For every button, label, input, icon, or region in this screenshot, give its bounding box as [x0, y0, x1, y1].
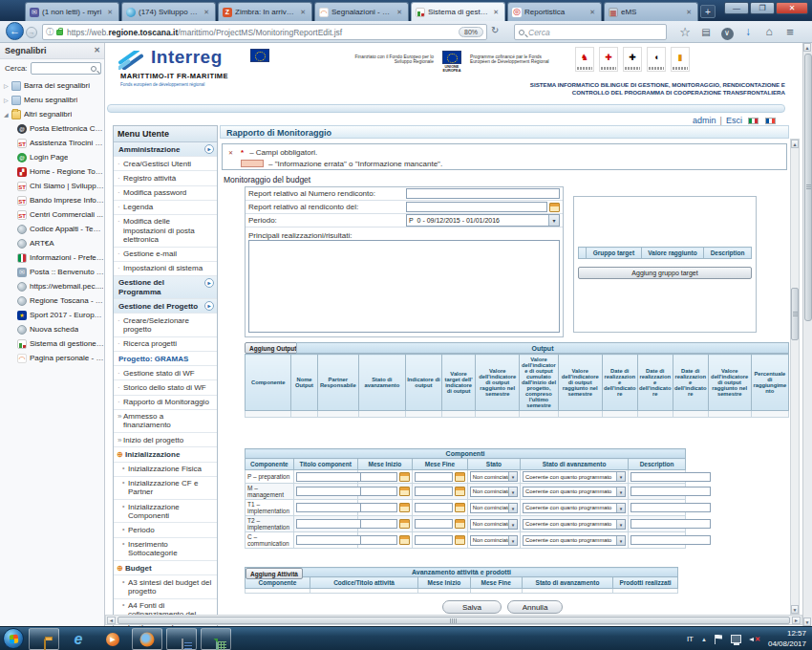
home-icon[interactable]: ⌂ — [759, 23, 780, 41]
expander-collapsed-icon[interactable]: ▷ — [4, 82, 11, 89]
bookmark-item[interactable]: ART€A — [0, 236, 104, 250]
menu-item[interactable]: Progetto: GRAMAS — [114, 352, 217, 366]
tab-close-icon[interactable]: ✕ — [588, 8, 597, 17]
menu-item[interactable]: Inizializzazione Fisica — [114, 463, 217, 477]
taskbar-internet-explorer[interactable]: e — [63, 628, 94, 650]
mese-fine-input[interactable] — [415, 472, 453, 482]
menu-item[interactable]: Crea/Gestisci Utenti — [114, 157, 217, 171]
menu-item[interactable]: Legenda — [114, 201, 217, 215]
description-input[interactable] — [630, 487, 711, 496]
collapse-icon[interactable]: ✕ — [228, 149, 233, 156]
bookmarks-panel-icon[interactable]: ▤ — [695, 23, 716, 41]
description-input[interactable] — [630, 519, 711, 529]
sidebar-close-icon[interactable]: ✕ — [94, 46, 100, 54]
language-indicator[interactable]: IT — [687, 635, 694, 643]
menu-item[interactable]: Gestione e-mail — [114, 248, 217, 262]
chevron-down-icon[interactable]: ▾ — [616, 488, 625, 496]
bookmark-item[interactable]: https://webmail.pec.... — [0, 279, 104, 293]
stato-select[interactable]: Non cominciato▾ — [470, 471, 518, 482]
mese-inizio-input[interactable] — [360, 519, 398, 529]
calendar-icon[interactable] — [455, 472, 465, 482]
calendar-icon[interactable] — [399, 519, 410, 529]
calendar-icon[interactable] — [455, 519, 465, 529]
avanzamento-select[interactable]: Coerente con quanto programmato▾ — [523, 519, 626, 530]
chevron-down-icon[interactable]: ▾ — [616, 504, 625, 512]
bookmark-item[interactable]: Informazioni - Prefet... — [0, 250, 104, 265]
scroll-down-icon[interactable]: ▼ — [791, 605, 799, 614]
browser-tab[interactable]: Segnalazioni - Mar✕ — [314, 2, 409, 21]
menu-item[interactable]: Gestione del Programma — [114, 276, 217, 299]
mese-inizio-input[interactable] — [360, 487, 398, 496]
chevron-down-icon[interactable]: ▾ — [508, 536, 517, 545]
bookmark-item[interactable]: Regione Toscana - C... — [0, 293, 104, 308]
calendar-icon[interactable] — [399, 503, 410, 512]
menu-hamburger-icon[interactable]: ≡ — [780, 23, 801, 41]
periodo-select[interactable]: P_0 - 09/12/2015 - 01/01/2016 ▾ — [406, 214, 560, 227]
browser-tab[interactable]: Zimbra: In arrivo (4✕ — [218, 2, 312, 21]
chevron-down-icon[interactable]: ▾ — [548, 215, 559, 226]
mese-fine-input[interactable] — [415, 519, 453, 529]
downloads-icon[interactable]: ↓ — [737, 23, 759, 41]
menu-item[interactable]: Registro attività — [114, 171, 217, 185]
expander-collapsed-icon[interactable]: ▷ — [4, 97, 11, 103]
mese-fine-input[interactable] — [415, 503, 453, 512]
url-bar[interactable]: ⓘ https://web.regione.toscana.it/maritti… — [42, 24, 487, 40]
bookmark-folder[interactable]: ◢Altri segnalibri — [0, 107, 104, 121]
avanzamento-select[interactable]: Coerente con quanto programmato▾ — [523, 503, 626, 513]
bookmark-item[interactable]: Chi Siamo | Sviluppo... — [0, 179, 104, 193]
calendar-icon[interactable] — [549, 203, 560, 212]
browser-tab[interactable]: (174) Sviluppo Tos✕ — [121, 2, 216, 21]
menu-item[interactable]: Modifica delle impostazioni di posta ele… — [114, 215, 217, 248]
menu-item[interactable]: Storico dello stato di WF — [114, 380, 217, 395]
menu-item[interactable]: Inserimento Sottocategorie — [114, 538, 217, 561]
action-center-flag-icon[interactable] — [715, 635, 723, 644]
search-input[interactable] — [528, 28, 662, 37]
stato-select[interactable]: Non cominciato▾ — [470, 535, 518, 546]
volume-muted-icon[interactable] — [749, 635, 760, 644]
bookmark-item[interactable]: Posta Elettronica Cer... — [0, 121, 104, 136]
calendar-icon[interactable] — [455, 487, 465, 496]
new-tab-button[interactable]: + — [700, 5, 716, 18]
realizzazioni-textarea[interactable] — [248, 240, 560, 333]
bookmark-item[interactable]: Sistema di gestione ... — [0, 336, 104, 351]
scroll-up-icon[interactable]: ▲ — [791, 140, 799, 148]
taskbar-firefox[interactable] — [132, 628, 162, 650]
chevron-down-icon[interactable]: ▾ — [616, 472, 625, 481]
bookmark-item[interactable]: Nuova scheda — [0, 322, 104, 336]
scroll-up-icon[interactable]: ▲ — [803, 43, 811, 52]
browser-tab[interactable]: (1 non letti) - myri✕ — [25, 2, 119, 21]
menu-item[interactable]: Inizializzazione Componenti — [114, 500, 217, 523]
add-output-button[interactable]: Aggiung Output — [245, 342, 301, 354]
tab-close-icon[interactable]: ✕ — [105, 8, 115, 17]
calendar-icon[interactable] — [399, 472, 410, 482]
chevron-down-icon[interactable]: ▾ — [616, 536, 625, 545]
stato-select[interactable]: Non cominciato▾ — [470, 487, 518, 497]
description-input[interactable] — [630, 535, 711, 545]
bookmark-item[interactable]: Centri Commerciali ... — [0, 207, 104, 222]
tab-close-icon[interactable]: ✕ — [202, 8, 211, 17]
menu-item[interactable]: Ricerca progetti — [114, 337, 217, 352]
bookmark-folder[interactable]: ▷Menu segnalibri — [0, 93, 104, 107]
menu-item[interactable]: Ammesso a finanziamento — [114, 410, 217, 433]
tab-close-icon[interactable]: ✕ — [491, 8, 501, 17]
menu-item[interactable]: Inizializzazione — [114, 447, 217, 462]
logout-link[interactable]: Esci — [726, 116, 742, 125]
bookmark-item[interactable]: Codice Appalti - Test... — [0, 222, 104, 236]
description-input[interactable] — [630, 503, 711, 512]
taskbar-media-player[interactable]: ▶ — [97, 628, 128, 650]
bookmark-item[interactable]: Home - Regione Tos... — [0, 164, 104, 179]
description-input[interactable] — [630, 472, 711, 482]
menu-item[interactable]: A3 sintesi del budget del progetto — [114, 575, 217, 598]
menu-item[interactable]: Budget — [114, 561, 217, 575]
mese-fine-input[interactable] — [415, 487, 453, 496]
taskbar-calc[interactable] — [201, 628, 231, 650]
menu-item[interactable]: Gestione stato di WF — [114, 366, 217, 380]
search-box[interactable] — [514, 24, 667, 40]
scrollbar-thumb[interactable] — [118, 617, 790, 624]
tab-close-icon[interactable]: ✕ — [684, 8, 694, 17]
browser-tab[interactable]: Reportistica✕ — [507, 2, 602, 21]
clock[interactable]: 12:57 04/08/2017 — [768, 629, 806, 649]
scroll-left-icon[interactable]: ◄ — [107, 617, 116, 624]
bookmark-item[interactable]: Sport 2017 - Europea... — [0, 308, 104, 322]
chevron-down-icon[interactable]: ▾ — [508, 472, 517, 481]
